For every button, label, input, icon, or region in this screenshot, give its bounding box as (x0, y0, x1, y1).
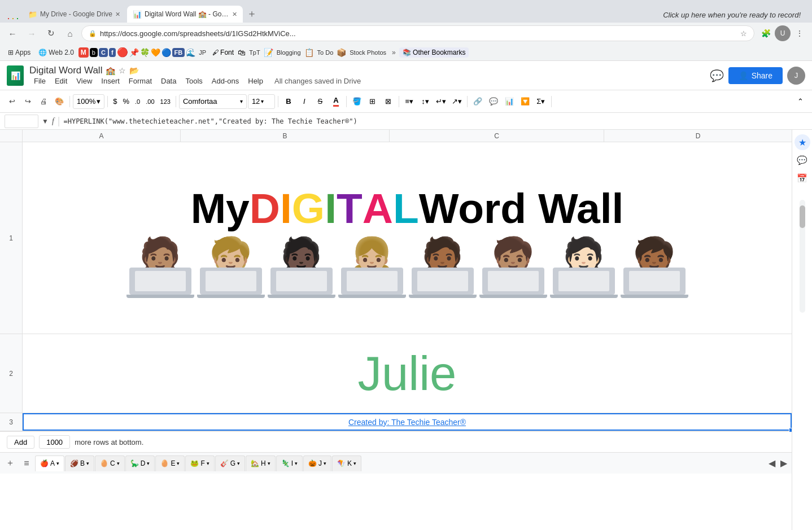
sheet-tab-scroll-left[interactable]: ◀ (766, 458, 778, 468)
drive-tab-close[interactable]: ✕ (115, 11, 120, 18)
sheet-tab-i[interactable]: 🦎I▾ (276, 455, 303, 471)
calendar-sidebar-icon[interactable]: 📅 (794, 170, 810, 186)
star-icon[interactable]: ☆ (740, 29, 747, 38)
sheet-menu-button[interactable]: ≡ (19, 455, 34, 471)
font-size-selector[interactable]: 12 ▾ (248, 94, 275, 109)
valign-button[interactable]: ↕▾ (418, 94, 433, 109)
print-button[interactable]: 🖨 (36, 94, 51, 109)
maximize-window-button[interactable] (17, 18, 18, 19)
font-selector[interactable]: Comfortaa ▾ (179, 94, 247, 109)
rotate-button[interactable]: ↗▾ (449, 94, 464, 109)
comment-button[interactable]: 💬 (710, 69, 724, 82)
tab-sheets[interactable]: 📊 Digital Word Wall 🏫 - Google... ✕ (127, 6, 243, 23)
chart-button[interactable]: 📊 (502, 94, 517, 109)
row-3-link-cell[interactable]: Created by: The Techie Teacher® (23, 413, 792, 431)
sheet-tab-f[interactable]: 🐸F▾ (185, 455, 214, 471)
menu-tools[interactable]: Tools (181, 76, 207, 86)
bookmark-m[interactable]: M (78, 47, 89, 58)
menu-data[interactable]: Data (156, 76, 181, 86)
sheet-tab-b[interactable]: 🏈B▾ (65, 455, 94, 471)
profile-menu[interactable]: U (775, 25, 791, 41)
decimal0-button[interactable]: .0 (133, 94, 142, 109)
tab-drive[interactable]: 📁 My Drive - Google Drive ✕ (23, 6, 126, 23)
link-button[interactable]: 🔗 (470, 94, 485, 109)
more-formats-button[interactable]: 123 (158, 94, 173, 109)
explore-sidebar-icon[interactable]: ★ (794, 134, 810, 150)
bookmark-stock[interactable]: Stock Photos (347, 48, 388, 57)
add-sheet-button[interactable]: ＋ (2, 455, 18, 471)
bookmark-fb[interactable]: FB (172, 48, 185, 57)
close-window-button[interactable] (8, 18, 9, 19)
extensions-icon[interactable]: 🧩 (758, 25, 774, 41)
borders-button[interactable]: ⊞ (365, 94, 380, 109)
new-tab-button[interactable]: ＋ (244, 6, 260, 21)
col-header-c[interactable]: C (390, 130, 604, 142)
row-1-number[interactable]: 1 (0, 142, 23, 334)
bookmark-other[interactable]: 📚 Other Bookmarks (399, 47, 469, 58)
bookmark-ext9[interactable]: 📦 (337, 48, 346, 57)
sheet-tab-d[interactable]: 🦕D▾ (125, 455, 155, 471)
vertical-scrollbar[interactable] (800, 200, 805, 313)
row-2-number[interactable]: 2 (0, 334, 23, 413)
reload-button[interactable]: ↻ (43, 25, 59, 41)
folder-icon[interactable]: 📂 (129, 66, 139, 75)
menu-file[interactable]: File (29, 76, 50, 86)
share-button[interactable]: 👤 Share (728, 67, 783, 84)
comment-toolbar-button[interactable]: 💬 (486, 94, 501, 109)
sheet-tab-scroll-right[interactable]: ▶ (778, 458, 789, 468)
sheet-tab-e[interactable]: 🥚E▾ (155, 455, 185, 471)
minimize-window-button[interactable] (12, 18, 14, 19)
menu-format[interactable]: Format (124, 76, 156, 86)
bookmark-b[interactable]: b (90, 48, 98, 57)
sheet-tab-a[interactable]: 🍎A▾ (35, 455, 64, 471)
bookmark-font[interactable]: 🖋 Font (209, 47, 237, 58)
text-color-button[interactable]: A (329, 94, 343, 109)
formula-content[interactable]: =HYPERLINK("www.thetechieteacher.net","C… (63, 117, 807, 125)
undo-button[interactable]: ↩ (5, 94, 19, 109)
chat-sidebar-icon[interactable]: 💬 (794, 152, 810, 168)
formula-expand-icon[interactable]: ▼ (42, 117, 49, 125)
bookmark-jp[interactable]: JP (197, 48, 208, 57)
add-rows-button[interactable]: Add (7, 436, 34, 449)
bookmark-ext5[interactable]: 🔵 (161, 48, 171, 57)
sheet-tab-g[interactable]: 🎸G▾ (215, 455, 245, 471)
more-menu[interactable]: ⋮ (792, 25, 807, 41)
cell-resize-handle[interactable] (789, 428, 792, 432)
sheet-tab-h[interactable]: 🏡H▾ (246, 455, 276, 471)
bookmark-ext2[interactable]: 📌 (129, 48, 139, 57)
sheet-tab-j[interactable]: 🎃J▾ (303, 455, 331, 471)
function-button[interactable]: Σ▾ (534, 94, 548, 109)
menu-addons[interactable]: Add-ons (207, 76, 243, 86)
address-bar[interactable]: 🔒 https://docs.google.com/spreadsheets/d… (81, 25, 754, 41)
cell-reference[interactable] (5, 115, 38, 128)
menu-insert[interactable]: Insert (97, 76, 124, 86)
row-2-name-cell[interactable]: Julie (23, 334, 792, 413)
align-button[interactable]: ≡▾ (402, 94, 417, 109)
bookmark-g[interactable]: 🌊 (186, 48, 195, 57)
bookmark-f[interactable]: f (109, 48, 116, 57)
sheet-tab-k[interactable]: 🪁K▾ (332, 455, 361, 471)
fill-color-button[interactable]: 🪣 (350, 94, 364, 109)
bookmark-ext1[interactable]: 🔴 (117, 47, 128, 58)
rows-count-input[interactable] (39, 435, 70, 449)
paint-format-button[interactable]: 🎨 (52, 94, 67, 109)
col-header-d[interactable]: D (604, 130, 792, 142)
credit-link[interactable]: Created by: The Techie Teacher® (348, 418, 466, 427)
bookmark-blogging[interactable]: Blogging (274, 48, 303, 57)
percent-button[interactable]: % (120, 94, 132, 109)
strikethrough-button[interactable]: S (313, 94, 328, 109)
redo-button[interactable]: ↪ (20, 94, 35, 109)
hide-toolbar-button[interactable]: ⌃ (793, 94, 807, 109)
sheet-tab-c[interactable]: 🥚C▾ (95, 455, 125, 471)
forward-button[interactable]: → (24, 25, 40, 41)
home-button[interactable]: ⌂ (62, 25, 78, 41)
bookmark-web20[interactable]: 🌐 Web 2.0 (35, 47, 77, 58)
bookmark-ext6[interactable]: 🛍 (238, 48, 246, 57)
currency-button[interactable]: $ (111, 94, 119, 109)
bookmark-ext3[interactable]: 🍀 (140, 48, 150, 57)
bookmark-todo[interactable]: To Do (315, 48, 336, 57)
function-icon[interactable]: f (52, 117, 54, 126)
merge-button[interactable]: ⊠ (381, 94, 396, 109)
row-3-number[interactable]: 3 (0, 413, 23, 431)
star-file-icon[interactable]: ☆ (119, 66, 126, 75)
